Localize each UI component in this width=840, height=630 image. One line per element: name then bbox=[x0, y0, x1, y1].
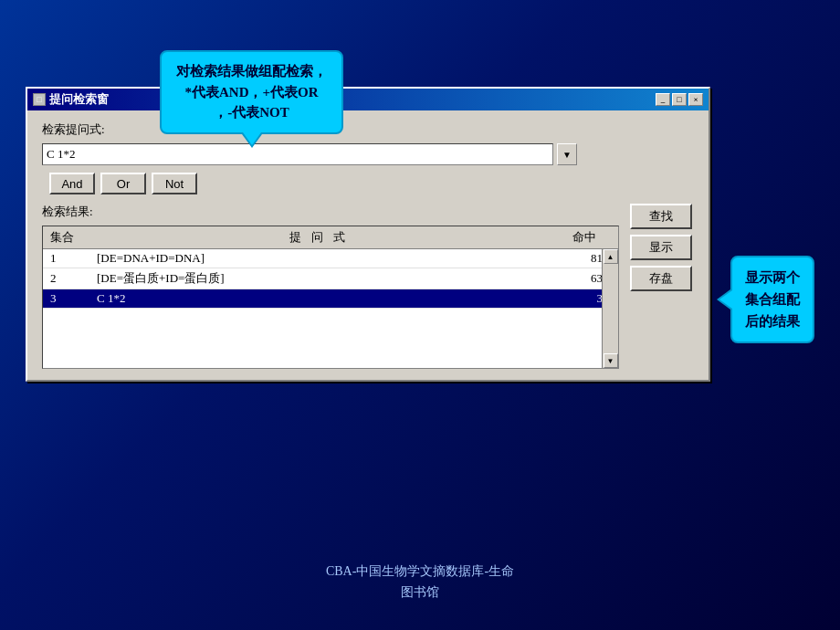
results-label: 检索结果: bbox=[42, 204, 619, 220]
results-body: 1[DE=DNA+ID=DNA]81762[DE=蛋白质+ID=蛋白质]6347… bbox=[43, 249, 618, 368]
query-label: 检索提问式: bbox=[42, 121, 694, 138]
input-row: ▼ bbox=[42, 143, 694, 165]
table-row[interactable]: 2[DE=蛋白质+ID=蛋白质]6347 bbox=[43, 268, 618, 289]
footer-line1: CBA-中国生物学文摘数据库-生命 bbox=[0, 562, 840, 582]
left-area: 检索结果: 集合 提 问 式 命中 1[DE=DNA+ID=DNA]81762[… bbox=[42, 204, 619, 369]
and-button[interactable]: And bbox=[49, 173, 95, 194]
dialog-icon: □ bbox=[33, 93, 46, 106]
col-query-header: 提 问 式 bbox=[93, 229, 545, 246]
title-bar-left: □ 提问检索窗 bbox=[33, 91, 109, 108]
results-header: 集合 提 问 式 命中 bbox=[43, 226, 618, 249]
operator-row: And Or Not bbox=[49, 173, 694, 194]
results-table: 集合 提 问 式 命中 1[DE=DNA+ID=DNA]81762[DE=蛋白质… bbox=[42, 226, 619, 369]
title-bar-buttons: _ □ × bbox=[656, 93, 703, 106]
row-set: 1 bbox=[43, 251, 93, 266]
scroll-down-button[interactable]: ▼ bbox=[604, 353, 618, 368]
footer: CBA-中国生物学文摘数据库-生命 图书馆 bbox=[0, 562, 840, 603]
tooltip-right: 显示两个 集合组配 后的结果 bbox=[730, 256, 814, 343]
tooltip-right-line1: 显示两个 bbox=[745, 270, 800, 285]
row-query: C 1*2 bbox=[93, 291, 545, 306]
tooltip-top: 对检索结果做组配检索， *代表AND，+代表OR ，-代表NOT bbox=[160, 50, 343, 134]
row-set: 2 bbox=[43, 271, 93, 286]
dialog-title: 提问检索窗 bbox=[49, 91, 109, 108]
minimize-button[interactable]: _ bbox=[656, 93, 670, 106]
row-query: [DE=蛋白质+ID=蛋白质] bbox=[93, 270, 545, 287]
row-set: 3 bbox=[43, 291, 93, 306]
dialog-body: 检索提问式: ▼ And Or Not 检索结果: 集合 提 问 式 bbox=[27, 110, 709, 380]
close-button[interactable]: × bbox=[688, 93, 703, 106]
table-row[interactable]: 1[DE=DNA+ID=DNA]8176 bbox=[43, 249, 618, 268]
content-area: 检索结果: 集合 提 问 式 命中 1[DE=DNA+ID=DNA]81762[… bbox=[42, 204, 694, 369]
col-set-header: 集合 bbox=[43, 229, 93, 246]
find-button[interactable]: 查找 bbox=[630, 204, 692, 229]
right-buttons: 查找 显示 存盘 bbox=[630, 204, 694, 369]
not-button[interactable]: Not bbox=[152, 173, 197, 194]
query-input[interactable] bbox=[42, 143, 553, 165]
save-button[interactable]: 存盘 bbox=[630, 266, 692, 291]
footer-line2: 图书馆 bbox=[0, 583, 840, 603]
tooltip-top-line2: *代表AND，+代表OR bbox=[184, 85, 318, 100]
col-hits-header: 命中 bbox=[545, 229, 618, 246]
tooltip-top-line3: ，-代表NOT bbox=[214, 105, 289, 120]
tooltip-right-line2: 集合组配 bbox=[745, 292, 800, 307]
row-query: [DE=DNA+ID=DNA] bbox=[93, 251, 545, 266]
title-bar: □ 提问检索窗 _ □ × bbox=[27, 89, 709, 110]
tooltip-right-line3: 后的结果 bbox=[745, 314, 800, 329]
scrollbar[interactable]: ▲ ▼ bbox=[602, 249, 618, 368]
dialog-window: □ 提问检索窗 _ □ × 检索提问式: ▼ And Or Not 检索 bbox=[26, 87, 710, 382]
scroll-up-button[interactable]: ▲ bbox=[604, 249, 618, 264]
tooltip-top-line1: 对检索结果做组配检索， bbox=[176, 64, 327, 79]
or-button[interactable]: Or bbox=[100, 173, 146, 194]
table-row[interactable]: 3C 1*2348 bbox=[43, 289, 618, 309]
dropdown-button[interactable]: ▼ bbox=[557, 143, 577, 165]
display-button[interactable]: 显示 bbox=[630, 235, 692, 260]
maximize-button[interactable]: □ bbox=[672, 93, 687, 106]
